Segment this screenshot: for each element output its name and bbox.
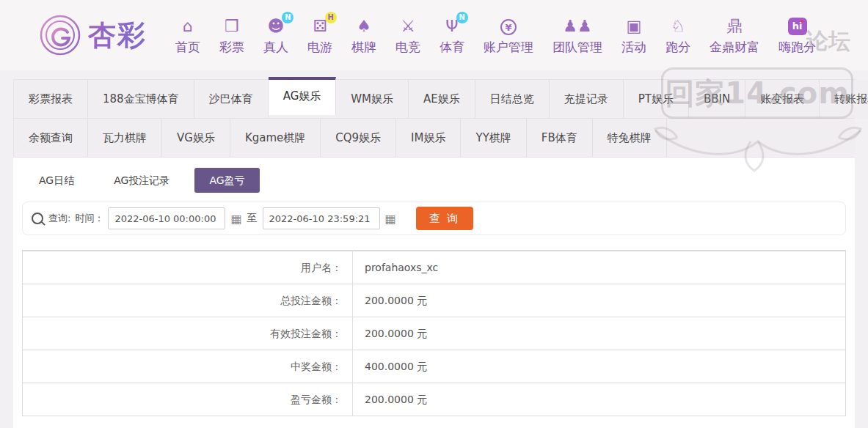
time-from-input[interactable] (108, 207, 225, 229)
main-tab[interactable]: Kgame棋牌 (230, 119, 321, 157)
main-tab[interactable]: AE娱乐 (409, 80, 475, 118)
live-person-icon: ☻N (268, 15, 285, 37)
row-label: 中奖金额： (23, 350, 353, 383)
main-tab[interactable]: 沙巴体育 (194, 80, 269, 118)
team-icon: ♟♟ (563, 15, 591, 37)
table-row: 有效投注金额： 200.0000 元 (23, 317, 845, 350)
main-nav: ⌂ 首页 ❒ 彩票 ☻N 真人 ⚄H 电游 (166, 15, 825, 56)
nav-item[interactable]: ☻N 真人 (254, 15, 298, 56)
nav-item[interactable]: ⚔ 电竞 (386, 15, 430, 56)
nav-item[interactable]: ❒ 彩票 (210, 15, 254, 56)
query-label: 查询: (48, 212, 70, 225)
trophy-icon: ΨN (445, 15, 458, 37)
main-tab[interactable]: YY棋牌 (461, 119, 526, 157)
nav-label: 嗨跑分 (778, 39, 816, 56)
row-value: profahaoxs_xc (353, 251, 438, 284)
main-tabs-row-2: 余额查询 瓦力棋牌 VG娱乐 Kgame棋牌 CQ9娱乐 IM娱乐 YY棋牌 F… (13, 118, 855, 158)
query-bar: 查询: 时间： ▦ 至 ▦ 查 询 (22, 202, 846, 235)
nav-badge: H (325, 12, 337, 23)
nav-label: 体育 (440, 39, 464, 56)
gift-icon: ▣ (627, 15, 642, 37)
main-tab[interactable]: 转账报表 (820, 80, 868, 118)
nav-label: 电游 (307, 39, 332, 56)
row-label: 总投注金额： (23, 284, 353, 317)
gamepad-icon: ⚄H (313, 15, 327, 37)
nav-item[interactable]: 鼎 金鼎财富 (700, 15, 769, 56)
sub-tab[interactable]: AG投注记录 (99, 168, 184, 193)
row-label: 用户名： (23, 251, 353, 284)
main-tab[interactable]: 彩票报表 (14, 80, 88, 118)
main-tab[interactable]: 日结总览 (475, 80, 550, 118)
content-panel: AG日结 AG投注记录 AG盈亏 查询: 时间： ▦ 至 ▦ 查 询 用户名： … (13, 158, 855, 428)
row-label: 盈亏金额： (23, 383, 353, 416)
time-to-input[interactable] (263, 207, 380, 229)
yuan-circle-icon: ¥ (500, 19, 517, 35)
rhino-icon: ♘ (671, 15, 685, 37)
table-row: 盈亏金额： 200.0000 元 (23, 383, 845, 416)
home-icon: ⌂ (183, 15, 193, 37)
table-row: 中奖金额： 400.0000 元 (23, 350, 845, 383)
main-tabs-row-1: 彩票报表 188金宝博体育 沙巴体育 AG娱乐 WM娱乐 AE娱乐 日结总览 充… (13, 79, 855, 118)
nav-label: 棋牌 (351, 39, 376, 56)
nav-item[interactable]: ♘ 跑分 (656, 15, 700, 56)
site-logo[interactable]: 杏彩 (38, 13, 147, 57)
nav-label: 活动 (621, 39, 646, 56)
ding-tripod-icon: 鼎 (726, 15, 743, 37)
main-tab[interactable]: FB体育 (527, 119, 593, 157)
nav-item[interactable]: ▣ 活动 (612, 15, 656, 56)
nav-label: 真人 (263, 39, 288, 56)
nav-label: 首页 (175, 39, 200, 56)
cards-icon: ♠ (357, 15, 371, 37)
lottery-ticket-icon: ❒ (225, 15, 239, 37)
row-label: 有效投注金额： (23, 317, 353, 350)
row-value: 200.0000 元 (353, 383, 427, 416)
hi-app-icon: hi (788, 18, 807, 35)
nav-label: 电竞 (395, 39, 420, 56)
esports-icon: ⚔ (401, 15, 415, 37)
main-tab[interactable]: PT娱乐 (624, 80, 689, 118)
nav-item[interactable]: ¥ 账户管理 (474, 19, 543, 56)
main-tab[interactable]: 瓦力棋牌 (88, 119, 162, 157)
nav-item[interactable]: ⚄H 电游 (298, 15, 342, 56)
query-button[interactable]: 查 询 (416, 207, 473, 230)
main-tab[interactable]: 特兔棋牌 (593, 119, 667, 157)
top-bar: 杏彩 ⌂ 首页 ❒ 彩票 ☻N 真人 ⚄H (0, 0, 868, 70)
calendar-icon-from[interactable]: ▦ (230, 212, 241, 226)
time-label: 时间： (75, 212, 103, 225)
row-value: 200.0000 元 (353, 317, 427, 350)
logo-text: 杏彩 (88, 17, 147, 54)
main-tab[interactable]: 余额查询 (14, 119, 88, 157)
nav-label: 金鼎财富 (710, 39, 759, 56)
nav-item[interactable]: hi 嗨跑分 (769, 18, 825, 56)
nav-badge: N (456, 12, 468, 23)
table-row: 用户名： profahaoxs_xc (23, 251, 845, 284)
main-tab[interactable]: BBIN (689, 80, 745, 118)
calendar-icon-to[interactable]: ▦ (385, 212, 396, 226)
main-tab[interactable]: AG娱乐 (269, 77, 337, 115)
main-tab[interactable]: 充提记录 (550, 80, 624, 118)
main-tab[interactable]: IM娱乐 (396, 119, 461, 157)
sub-tabs: AG日结 AG投注记录 AG盈亏 (13, 158, 855, 193)
sub-tab[interactable]: AG日结 (24, 168, 89, 193)
main-tab[interactable]: CQ9娱乐 (321, 119, 396, 157)
nav-label: 团队管理 (552, 39, 602, 56)
nav-label: 账户管理 (484, 39, 533, 56)
nav-label: 跑分 (665, 39, 690, 56)
search-icon (32, 213, 43, 224)
to-separator: 至 (247, 212, 258, 225)
nav-item[interactable]: ΨN 体育 (430, 15, 474, 56)
sub-tab[interactable]: AG盈亏 (194, 168, 259, 193)
nav-item[interactable]: ♟♟ 团队管理 (543, 15, 612, 56)
nav-item[interactable]: ⌂ 首页 (166, 15, 210, 56)
nav-badge: N (282, 12, 293, 23)
table-row: 总投注金额： 200.0000 元 (23, 284, 845, 317)
main-tab[interactable]: VG娱乐 (162, 119, 230, 157)
page: 杏彩 ⌂ 首页 ❒ 彩票 ☻N 真人 ⚄H (0, 0, 868, 428)
nav-label: 彩票 (219, 39, 244, 56)
logo-emblem-icon (38, 13, 82, 57)
row-value: 400.0000 元 (353, 350, 427, 383)
main-tab[interactable]: 账变报表 (745, 80, 820, 118)
main-tab[interactable]: WM娱乐 (336, 80, 409, 118)
main-tab[interactable]: 188金宝博体育 (88, 80, 194, 118)
nav-item[interactable]: ♠ 棋牌 (342, 15, 386, 56)
